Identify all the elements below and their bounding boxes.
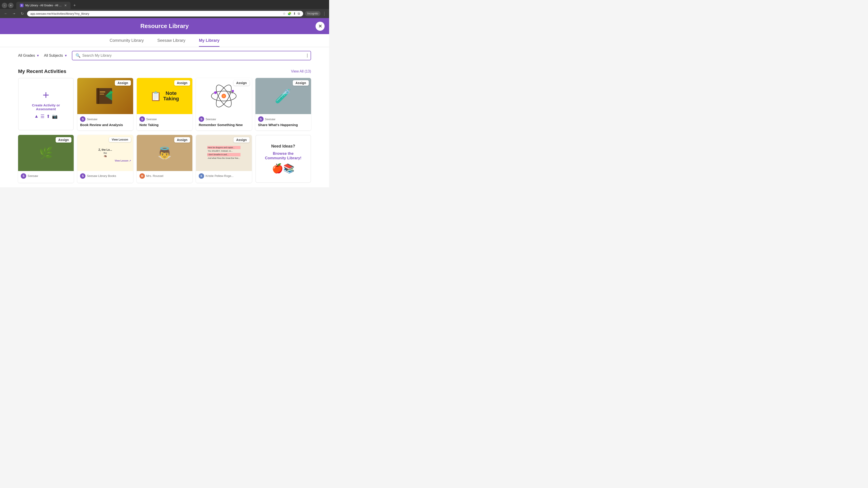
browser-chrome: ‹ ▾ S My Library - All Grades - All Su..… [0,0,329,18]
close-button[interactable]: ✕ [315,22,324,31]
card-author-book-review: S Seesaw [80,116,130,122]
author-name-remember: Seesaw [206,118,216,121]
create-activity-card[interactable]: + Create Activity orAssessment ▲ ☰ ⬆ 📷 [18,78,74,130]
card-title-note-taking: Note Taking [140,123,190,127]
activity-card-annotated[interactable]: Here be dragons and captai... You should… [196,135,252,183]
tab-close-btn[interactable]: ✕ [64,4,67,7]
teacher-avatar-1: M [140,173,145,179]
seesaw-logo-5: S [21,173,26,179]
create-label: Create Activity orAssessment [32,103,60,111]
share-bg: 🧪 Assign [255,78,311,114]
camera-icon: 📷 [52,113,58,119]
card-title-share: Share What's Happening [258,123,308,127]
activity-card-library-books[interactable]: Z, the Lo...the🦔 View Lesson ↗ View Less… [77,135,133,183]
content-area: My Recent Activities View All (13) + Cre… [0,64,329,187]
card-author-library-books: S Seesaw Library Books [80,173,130,179]
card-image-note-taking: 📋 NoteTaking Assign [137,78,192,114]
seesaw-logo: S [80,116,86,122]
assign-btn-annotated[interactable]: Assign [234,137,250,142]
search-icon: 🔍 [75,53,81,58]
card-body-annotated: K Kristie Pellew-Roge... [196,171,252,183]
tab-list-btn[interactable]: ▾ [8,3,13,8]
svg-point-10 [222,95,225,97]
tab-my-library[interactable]: My Library [199,38,219,47]
assign-btn-note-taking[interactable]: Assign [174,80,190,86]
angels-bg: 👼 Assign [137,135,192,171]
activity-card-book-review[interactable]: Assign S Seesaw Book Review and Analysis [77,78,133,130]
activity-card-plants[interactable]: 🌿 Assign S Seesaw [18,135,74,183]
assign-btn-plants[interactable]: Assign [56,137,72,142]
tab-prev-btn[interactable]: ‹ [2,3,7,8]
assign-btn-angels[interactable]: Assign [174,137,190,142]
seesaw-logo-3: S [199,116,204,122]
back-btn[interactable]: ← [3,10,9,17]
card-image-annotated: Here be dragons and captai... You should… [196,135,252,171]
activity-card-remember[interactable]: drop Assign S Seesaw Remember Something … [196,78,252,130]
library-books-text: Z, the Lo...the🦔 [97,147,114,160]
search-box[interactable]: 🔍 [72,51,311,60]
lab-icon: 🧪 [275,88,291,104]
annotated-text-preview: Here be dragons and captai... You should… [206,144,242,162]
bookmark-icon[interactable]: ☆ [283,12,286,15]
incognito-btn[interactable]: Incognito [305,11,320,16]
book-review-bg: Assign [77,78,133,114]
tab-seesaw-library[interactable]: Seesaw Library [157,38,185,47]
card-body-remember: S Seesaw Remember Something New [196,114,252,130]
need-ideas-card: Need Ideas? Browse theCommunity Library!… [255,135,311,183]
assign-btn-remember[interactable]: Assign [234,80,250,86]
assign-btn-book-review[interactable]: Assign [115,80,131,86]
plants-bg: 🌿 Assign [18,135,74,171]
upload-icon: ⬆ [46,113,50,119]
tab-favicon: S [20,4,24,7]
split-view-icon[interactable]: ⧉ [298,12,300,15]
create-icons: ▲ ☰ ⬆ 📷 [34,113,58,119]
seesaw-logo-4: S [258,116,264,122]
grades-filter[interactable]: All Grades ▼ [18,54,39,58]
card-author-angels: M Mrs. Roussel [140,173,190,179]
card-body-note-taking: S Seesaw Note Taking [137,114,192,130]
forward-btn[interactable]: → [11,10,17,17]
svg-rect-4 [100,92,105,92]
card-image-plants: 🌿 Assign [18,135,74,171]
book-illustration [92,85,119,107]
tab-community-library[interactable]: Community Library [110,38,144,47]
card-body-angels: M Mrs. Roussel [137,171,192,183]
card-image-angels: 👼 Assign [137,135,192,171]
active-tab[interactable]: S My Library - All Grades - All Su... ✕ [16,2,70,9]
card-image-share: 🧪 Assign [255,78,311,114]
subjects-arrow-icon: ▼ [64,54,67,57]
card-image-library-books: Z, the Lo...the🦔 View Lesson ↗ View Less… [77,135,133,171]
author-name-plants: Seesaw [28,174,38,177]
author-name-angels: Mrs. Roussel [146,174,163,177]
subjects-filter[interactable]: All Subjects ▼ [44,54,67,58]
view-all-btn[interactable]: View All (13) [291,69,311,73]
seesaw-logo-6: S [80,173,86,179]
activity-card-note-taking[interactable]: 📋 NoteTaking Assign S Seesaw Note Taking [137,78,192,130]
browse-community-link[interactable]: Browse theCommunity Library! [265,151,302,160]
assign-btn-share[interactable]: Assign [293,80,309,86]
section-title: My Recent Activities [18,68,66,74]
library-tabs: Community Library Seesaw Library My Libr… [0,34,329,47]
tab-left-controls: ‹ ▾ [2,3,13,8]
address-icons: ☆ 🧩 ⬇ ⧉ [283,12,300,15]
extensions-icon[interactable]: 🧩 [287,12,291,15]
new-tab-btn[interactable]: + [71,2,78,8]
view-lesson-btn[interactable]: View Lesson [109,137,131,142]
atom-bg: drop Assign [196,78,252,114]
search-input[interactable] [82,54,305,58]
activity-card-share[interactable]: 🧪 Assign S Seesaw Share What's Happening [255,78,311,130]
app-header: Resource Library ✕ [0,18,329,34]
card-body-library-books: S Seesaw Library Books [77,171,133,183]
activity-card-angels[interactable]: 👼 Assign M Mrs. Roussel [137,135,192,183]
card-image-remember: drop Assign [196,78,252,114]
card-title-book-review: Book Review and Analysis [80,123,130,127]
plants-icon: 🌿 [39,147,53,160]
card-image-book-review: Assign [77,78,133,114]
download-icon[interactable]: ⬇ [293,12,296,15]
triangle-icon: ▲ [34,113,39,119]
activities-grid-row2: 🌿 Assign S Seesaw Z, the Lo...the🦔 V [18,135,311,183]
address-bar[interactable]: app.seesaw.me/#/activities/library?my_li… [27,11,303,17]
reload-btn[interactable]: ↻ [19,10,25,17]
browser-menu-btn[interactable]: ⋮ [322,11,327,16]
library-books-bg: Z, the Lo...the🦔 View Lesson ↗ View Less… [77,135,133,171]
